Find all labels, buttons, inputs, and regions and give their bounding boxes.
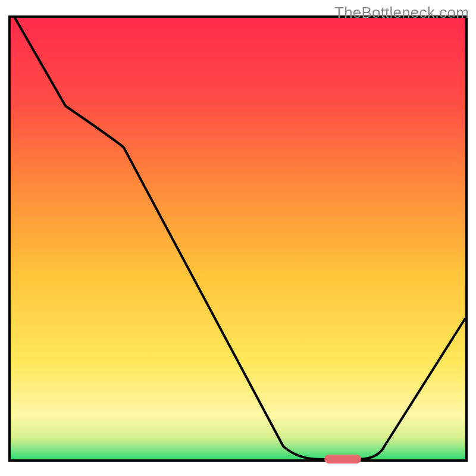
optimal-marker: [324, 455, 361, 464]
chart-svg: [0, 0, 476, 476]
plot-area: [10, 17, 466, 464]
watermark-text: TheBottleneck.com: [334, 4, 469, 22]
svg-rect-0: [11, 18, 465, 459]
bottleneck-chart: TheBottleneck.com: [0, 0, 476, 476]
